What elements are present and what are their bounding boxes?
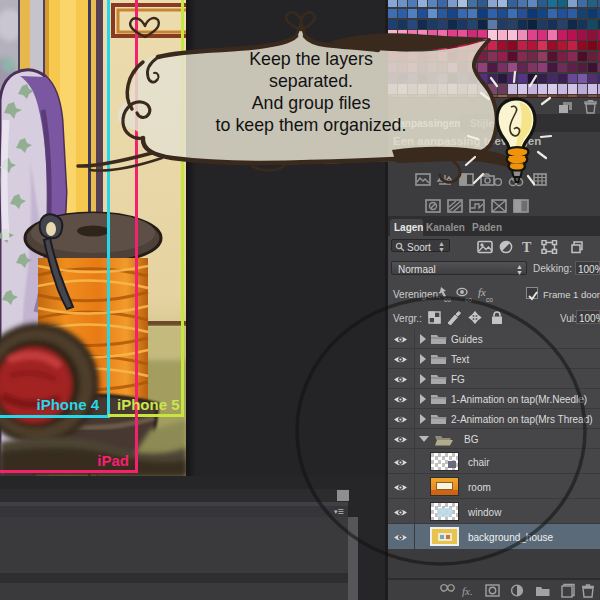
- svg-text:iPhone 4: iPhone 4: [36, 396, 99, 413]
- svg-text:fx: fx: [478, 286, 486, 298]
- svg-text:iPad: iPad: [97, 452, 129, 469]
- svg-text:separated.: separated.: [269, 71, 353, 91]
- svg-text:T: T: [522, 240, 532, 254]
- svg-text:And group files: And group files: [252, 93, 371, 113]
- svg-text:Keep the layers: Keep the layers: [249, 49, 373, 69]
- svg-text:iPhone 5: iPhone 5: [117, 396, 180, 413]
- svg-text:co: co: [444, 296, 451, 303]
- svg-text:to keep them organized.: to keep them organized.: [216, 115, 407, 135]
- svg-text:fx.: fx.: [462, 585, 473, 597]
- svg-text:co: co: [486, 296, 493, 303]
- svg-text:co: co: [465, 296, 472, 303]
